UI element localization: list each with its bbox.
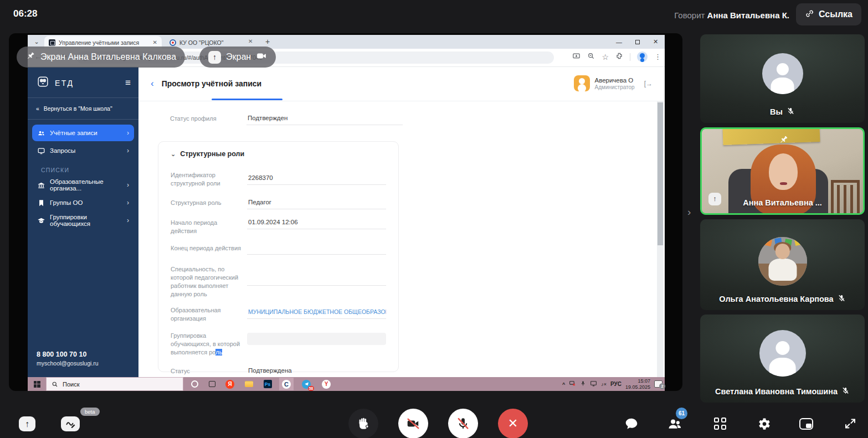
card-header[interactable]: ⌄ Структурные роли [171, 150, 386, 158]
chevron-right-icon: › [127, 147, 129, 154]
install-icon[interactable] [572, 52, 581, 62]
start-button[interactable] [28, 377, 46, 391]
sidebar-item-accounts[interactable]: Учётные записи › [32, 125, 134, 141]
camera-toggle-button[interactable] [398, 409, 428, 438]
field-value: Подтверждена [247, 366, 386, 378]
zoom-icon[interactable] [587, 52, 595, 61]
share-screen-button[interactable]: ↑ [19, 416, 35, 431]
current-user[interactable]: Аверичева О Администратор [→ [574, 75, 653, 91]
participant-tile-olga[interactable]: Ольга Анатольевна Карпова [700, 219, 865, 310]
tray-chevron-icon[interactable]: ^ [562, 382, 565, 387]
tray-date: 19.05.2025 [625, 384, 650, 390]
menu-dots-icon[interactable]: ⋮ [654, 53, 661, 61]
taskbar-search[interactable]: Поиск [46, 377, 183, 391]
field-value: Педагог [247, 198, 386, 209]
extensions-icon[interactable] [615, 52, 623, 61]
y-music-icon[interactable]: Y [319, 378, 333, 390]
field-value: 01.09.2024 12:06 [247, 218, 386, 229]
yandex-browser-icon[interactable]: Я [223, 378, 237, 390]
field-row: Идентификатор структурной роли 2268370 [171, 170, 386, 188]
tab1-close-icon[interactable]: ✕ [153, 39, 157, 45]
graduation-cap-icon [37, 217, 45, 225]
field-label: Идентификатор структурной роли [171, 170, 242, 188]
file-explorer-icon[interactable] [242, 378, 256, 390]
picture-in-picture-icon [799, 418, 813, 430]
participant-tile-anna[interactable]: ↑ Анна Витальевна ... [700, 127, 865, 215]
hamburger-icon[interactable]: ≡ [125, 78, 131, 89]
tray-clock[interactable]: 15:07 19.05.2025 [625, 378, 650, 390]
tab-search-chevron-icon[interactable]: ⌄ [31, 37, 42, 47]
screen-share-tile[interactable]: ⌄ Управление учётными запися ✕ КУ ОО "РЦ… [9, 33, 682, 391]
participant-tile-svetlana[interactable]: Светлана Ивановна Тимошина [700, 315, 865, 403]
field-label: Образовательная организация [171, 305, 242, 323]
photoshop-icon[interactable]: Ps [260, 378, 275, 390]
account-view-panel: ‹ Просмотр учётной записи Аверичева О Ад… [138, 67, 665, 377]
copy-link-button[interactable]: Ссылка [796, 3, 861, 25]
double-chevron-icon: « [36, 105, 39, 112]
logout-icon[interactable]: [→ [644, 80, 653, 87]
search-icon [52, 381, 58, 388]
content-scrollbar[interactable] [657, 101, 664, 377]
end-call-button[interactable]: ✕ [498, 409, 528, 438]
mic-toggle-button[interactable] [448, 409, 478, 438]
video-call-window: 06:28 Говорит Анна Витальевна К. Ссылка … [0, 0, 868, 438]
grouping-input[interactable] [247, 333, 386, 345]
tray-network-error-icon[interactable] [569, 380, 576, 388]
tab1-favicon [49, 39, 55, 46]
owl-logo-icon [36, 75, 50, 91]
field-value: 2268370 [247, 170, 386, 185]
system-tray: ^ ♪× РУС 15:07 19.05.2025 2 [562, 377, 662, 391]
tray-mic-icon[interactable] [580, 380, 586, 388]
chat-button[interactable] [620, 413, 643, 435]
participant-tile-you[interactable]: Вы [700, 34, 865, 123]
participants-button[interactable]: 61 [664, 413, 686, 435]
tray-display-icon[interactable] [590, 380, 597, 388]
notification-center-icon[interactable]: 2 [654, 380, 662, 388]
fullscreen-button[interactable] [839, 413, 861, 435]
arrow-up-icon: ↑ [25, 419, 29, 429]
pip-button[interactable] [795, 413, 817, 435]
annotation-button[interactable] [61, 416, 80, 431]
tray-language[interactable]: РУС [610, 381, 622, 387]
sidebar-item-student-groupings[interactable]: Группировки обучающихся › [32, 212, 134, 229]
cortana-icon[interactable] [187, 378, 202, 390]
back-to-myschool-link[interactable]: « Вернуться в "Моя школа" [28, 98, 138, 120]
layout-grid-button[interactable] [709, 413, 731, 435]
tray-time: 15:07 [625, 378, 650, 384]
page-back-icon[interactable]: ‹ [151, 78, 154, 89]
tray-speaker-muted-icon[interactable]: ♪× [601, 382, 607, 387]
new-tab-button[interactable]: + [263, 37, 273, 47]
sidebar-item-label: Запросы [50, 147, 75, 154]
close-window-button[interactable]: ✕ [646, 38, 665, 45]
field-label: Статус профиля [170, 114, 241, 123]
mic-off-icon [456, 416, 470, 431]
link-icon [805, 9, 814, 20]
gear-icon [756, 416, 771, 431]
screen-share-owner-label: Экран Анна Витальевна Калкова [40, 52, 176, 62]
field-row: Специальность, по которой педагогический… [171, 264, 386, 298]
reactions-button[interactable] [348, 409, 378, 438]
settings-button[interactable] [752, 413, 774, 435]
link-button-label: Ссылка [819, 9, 852, 19]
scrollbar-thumb[interactable] [658, 102, 663, 245]
field-label: Начало периода действия [171, 218, 242, 235]
raise-hand-icon [356, 416, 371, 431]
sidebar-item-requests[interactable]: Запросы › [32, 142, 134, 159]
profile-avatar[interactable] [637, 51, 648, 62]
tab2-close-icon[interactable]: ✕ [248, 38, 253, 44]
collapse-participants-icon[interactable]: › [687, 206, 691, 218]
pinned-icon[interactable] [778, 135, 789, 147]
sidebar-item-oo-groups[interactable]: Группы ОО › [32, 194, 134, 211]
telegram-icon[interactable]: 58 [299, 378, 314, 390]
active-browser-icon[interactable]: C [279, 378, 294, 390]
sidebar-item-edu-orgs[interactable]: Образовательные организа... › [32, 177, 134, 193]
sidebar-section-lists: СПИСКИ [32, 160, 134, 177]
edu-org-link[interactable]: МУНИЦИПАЛЬНОЕ БЮДЖЕТНОЕ ОБЩЕОБРАЗОВАТЕ..… [247, 305, 386, 319]
speaking-indicator: Говорит Анна Витальевна К. [674, 11, 789, 20]
minimize-button[interactable]: — [610, 39, 628, 45]
maximize-button[interactable] [628, 39, 646, 45]
field-value: Подтвержден [246, 114, 403, 125]
task-view-icon[interactable] [205, 378, 219, 390]
bookmark-star-icon[interactable]: ☆ [602, 53, 609, 61]
field-label: Структурная роль [171, 198, 242, 207]
